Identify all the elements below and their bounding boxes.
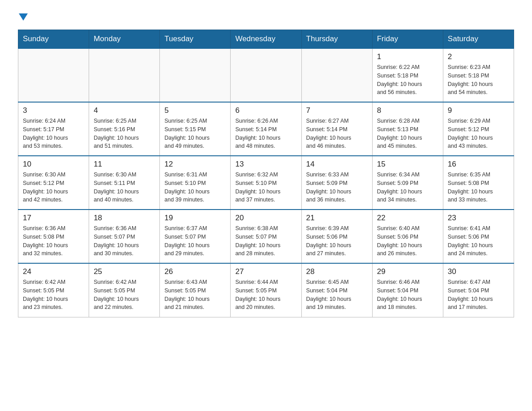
- calendar-cell: 1Sunrise: 6:22 AM Sunset: 5:18 PM Daylig…: [372, 48, 443, 102]
- weekday-header-monday: Monday: [89, 30, 160, 49]
- calendar-cell: 29Sunrise: 6:46 AM Sunset: 5:04 PM Dayli…: [372, 263, 443, 317]
- calendar-cell: 15Sunrise: 6:34 AM Sunset: 5:09 PM Dayli…: [372, 156, 443, 210]
- day-info: Sunrise: 6:25 AM Sunset: 5:15 PM Dayligh…: [164, 117, 226, 150]
- calendar-cell: 20Sunrise: 6:38 AM Sunset: 5:07 PM Dayli…: [231, 210, 301, 263]
- day-info: Sunrise: 6:40 AM Sunset: 5:06 PM Dayligh…: [377, 224, 438, 258]
- day-number: 30: [448, 267, 509, 276]
- header: [18, 13, 514, 21]
- day-number: 9: [448, 106, 509, 115]
- week-row-5: 24Sunrise: 6:42 AM Sunset: 5:05 PM Dayli…: [18, 263, 514, 317]
- calendar-cell: 4Sunrise: 6:25 AM Sunset: 5:16 PM Daylig…: [89, 102, 160, 156]
- day-info: Sunrise: 6:37 AM Sunset: 5:07 PM Dayligh…: [164, 224, 226, 258]
- day-number: 4: [94, 106, 155, 115]
- day-number: 21: [306, 214, 368, 223]
- day-info: Sunrise: 6:30 AM Sunset: 5:11 PM Dayligh…: [94, 171, 155, 204]
- week-row-3: 10Sunrise: 6:30 AM Sunset: 5:12 PM Dayli…: [18, 156, 514, 210]
- day-number: 20: [235, 214, 296, 223]
- calendar-cell: 3Sunrise: 6:24 AM Sunset: 5:17 PM Daylig…: [18, 102, 89, 156]
- calendar-cell: 16Sunrise: 6:35 AM Sunset: 5:08 PM Dayli…: [443, 156, 514, 210]
- day-info: Sunrise: 6:35 AM Sunset: 5:08 PM Dayligh…: [448, 171, 509, 204]
- logo-triangle-icon: [19, 13, 28, 21]
- calendar-cell: 21Sunrise: 6:39 AM Sunset: 5:06 PM Dayli…: [301, 210, 372, 263]
- day-info: Sunrise: 6:36 AM Sunset: 5:08 PM Dayligh…: [23, 224, 84, 258]
- day-info: Sunrise: 6:29 AM Sunset: 5:12 PM Dayligh…: [448, 117, 509, 150]
- weekday-header-row: SundayMondayTuesdayWednesdayThursdayFrid…: [18, 30, 514, 49]
- day-number: 16: [448, 160, 509, 169]
- day-number: 8: [377, 106, 438, 115]
- calendar-cell: [231, 48, 301, 102]
- calendar-cell: 23Sunrise: 6:41 AM Sunset: 5:06 PM Dayli…: [443, 210, 514, 263]
- day-number: 22: [377, 214, 438, 223]
- logo: [18, 13, 28, 21]
- calendar-cell: 5Sunrise: 6:25 AM Sunset: 5:15 PM Daylig…: [160, 102, 231, 156]
- day-number: 14: [306, 160, 368, 169]
- week-row-1: 1Sunrise: 6:22 AM Sunset: 5:18 PM Daylig…: [18, 48, 514, 102]
- day-number: 25: [94, 267, 155, 276]
- weekday-header-wednesday: Wednesday: [231, 30, 301, 49]
- day-info: Sunrise: 6:45 AM Sunset: 5:04 PM Dayligh…: [306, 278, 368, 312]
- calendar-cell: 6Sunrise: 6:26 AM Sunset: 5:14 PM Daylig…: [231, 102, 301, 156]
- day-info: Sunrise: 6:32 AM Sunset: 5:10 PM Dayligh…: [235, 171, 296, 204]
- day-number: 11: [94, 160, 155, 169]
- calendar-cell: [160, 48, 231, 102]
- day-info: Sunrise: 6:44 AM Sunset: 5:05 PM Dayligh…: [235, 278, 296, 312]
- day-number: 17: [23, 214, 84, 223]
- calendar-cell: 12Sunrise: 6:31 AM Sunset: 5:10 PM Dayli…: [160, 156, 231, 210]
- day-info: Sunrise: 6:39 AM Sunset: 5:06 PM Dayligh…: [306, 224, 368, 258]
- day-info: Sunrise: 6:33 AM Sunset: 5:09 PM Dayligh…: [306, 171, 368, 204]
- day-info: Sunrise: 6:34 AM Sunset: 5:09 PM Dayligh…: [377, 171, 438, 204]
- day-number: 2: [448, 52, 509, 61]
- calendar-cell: 30Sunrise: 6:47 AM Sunset: 5:04 PM Dayli…: [443, 263, 514, 317]
- weekday-header-tuesday: Tuesday: [160, 30, 231, 49]
- svg-marker-0: [19, 13, 28, 21]
- day-info: Sunrise: 6:23 AM Sunset: 5:18 PM Dayligh…: [448, 63, 509, 97]
- day-info: Sunrise: 6:47 AM Sunset: 5:04 PM Dayligh…: [448, 278, 509, 312]
- day-number: 26: [164, 267, 226, 276]
- day-number: 23: [448, 214, 509, 223]
- calendar-cell: [301, 48, 372, 102]
- weekday-header-saturday: Saturday: [443, 30, 514, 49]
- calendar-cell: 14Sunrise: 6:33 AM Sunset: 5:09 PM Dayli…: [301, 156, 372, 210]
- day-number: 18: [94, 214, 155, 223]
- day-info: Sunrise: 6:28 AM Sunset: 5:13 PM Dayligh…: [377, 117, 438, 150]
- calendar-cell: 22Sunrise: 6:40 AM Sunset: 5:06 PM Dayli…: [372, 210, 443, 263]
- day-info: Sunrise: 6:36 AM Sunset: 5:07 PM Dayligh…: [94, 224, 155, 258]
- day-number: 19: [164, 214, 226, 223]
- day-number: 10: [23, 160, 84, 169]
- day-info: Sunrise: 6:31 AM Sunset: 5:10 PM Dayligh…: [164, 171, 226, 204]
- calendar-cell: 8Sunrise: 6:28 AM Sunset: 5:13 PM Daylig…: [372, 102, 443, 156]
- day-info: Sunrise: 6:41 AM Sunset: 5:06 PM Dayligh…: [448, 224, 509, 258]
- calendar-cell: 9Sunrise: 6:29 AM Sunset: 5:12 PM Daylig…: [443, 102, 514, 156]
- day-info: Sunrise: 6:24 AM Sunset: 5:17 PM Dayligh…: [23, 117, 84, 150]
- weekday-header-sunday: Sunday: [18, 30, 89, 49]
- calendar-cell: 25Sunrise: 6:42 AM Sunset: 5:05 PM Dayli…: [89, 263, 160, 317]
- day-info: Sunrise: 6:43 AM Sunset: 5:05 PM Dayligh…: [164, 278, 226, 312]
- week-row-4: 17Sunrise: 6:36 AM Sunset: 5:08 PM Dayli…: [18, 210, 514, 263]
- day-number: 12: [164, 160, 226, 169]
- day-number: 27: [235, 267, 296, 276]
- day-info: Sunrise: 6:30 AM Sunset: 5:12 PM Dayligh…: [23, 171, 84, 204]
- day-number: 3: [23, 106, 84, 115]
- calendar-cell: 17Sunrise: 6:36 AM Sunset: 5:08 PM Dayli…: [18, 210, 89, 263]
- day-number: 7: [306, 106, 368, 115]
- day-number: 5: [164, 106, 226, 115]
- day-number: 28: [306, 267, 368, 276]
- day-info: Sunrise: 6:25 AM Sunset: 5:16 PM Dayligh…: [94, 117, 155, 150]
- calendar-cell: 7Sunrise: 6:27 AM Sunset: 5:14 PM Daylig…: [301, 102, 372, 156]
- day-info: Sunrise: 6:42 AM Sunset: 5:05 PM Dayligh…: [94, 278, 155, 312]
- day-info: Sunrise: 6:38 AM Sunset: 5:07 PM Dayligh…: [235, 224, 296, 258]
- calendar-cell: 27Sunrise: 6:44 AM Sunset: 5:05 PM Dayli…: [231, 263, 301, 317]
- day-info: Sunrise: 6:22 AM Sunset: 5:18 PM Dayligh…: [377, 63, 438, 97]
- day-number: 6: [235, 106, 296, 115]
- day-info: Sunrise: 6:46 AM Sunset: 5:04 PM Dayligh…: [377, 278, 438, 312]
- calendar-cell: 11Sunrise: 6:30 AM Sunset: 5:11 PM Dayli…: [89, 156, 160, 210]
- day-number: 24: [23, 267, 84, 276]
- day-info: Sunrise: 6:42 AM Sunset: 5:05 PM Dayligh…: [23, 278, 84, 312]
- day-number: 15: [377, 160, 438, 169]
- calendar-cell: 26Sunrise: 6:43 AM Sunset: 5:05 PM Dayli…: [160, 263, 231, 317]
- calendar-cell: 2Sunrise: 6:23 AM Sunset: 5:18 PM Daylig…: [443, 48, 514, 102]
- day-number: 1: [377, 52, 438, 61]
- weekday-header-thursday: Thursday: [301, 30, 372, 49]
- calendar-cell: [89, 48, 160, 102]
- calendar-cell: 13Sunrise: 6:32 AM Sunset: 5:10 PM Dayli…: [231, 156, 301, 210]
